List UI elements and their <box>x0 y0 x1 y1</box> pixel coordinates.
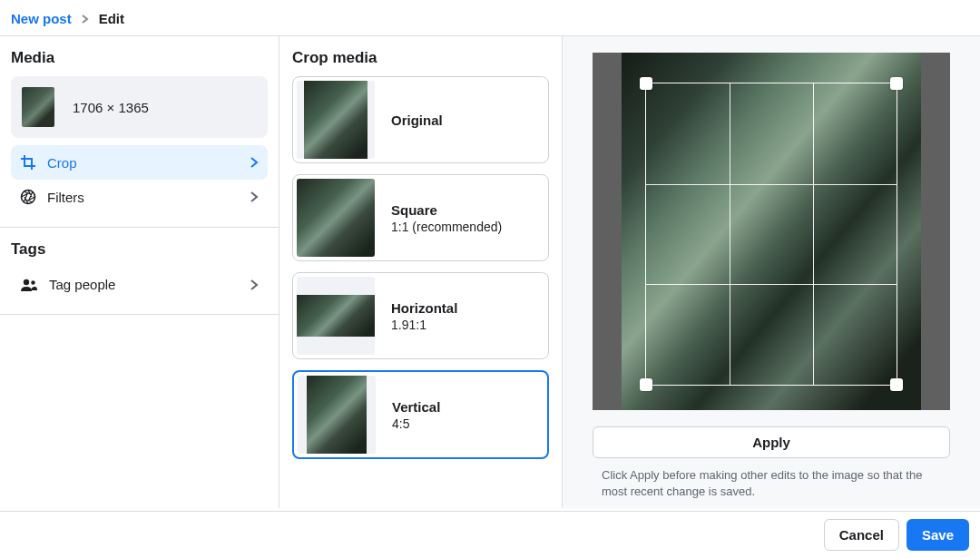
crop-thumb-square <box>297 179 375 257</box>
crop-rectangle[interactable] <box>646 83 897 385</box>
apply-button[interactable]: Apply <box>593 426 950 458</box>
crop-option-label: Horizontal <box>391 300 457 316</box>
crop-option-ratio: 1:1 (recommended) <box>391 220 502 234</box>
tag-people-label: Tag people <box>49 277 115 292</box>
crop-handle-tl[interactable] <box>640 77 652 90</box>
crop-option-ratio: 1.91:1 <box>391 318 457 332</box>
crop-option-original[interactable]: Original <box>292 76 549 163</box>
crop-option-label: Square <box>391 202 502 218</box>
grid-line <box>646 284 897 285</box>
save-button[interactable]: Save <box>906 519 969 551</box>
crop-canvas[interactable] <box>593 53 950 410</box>
footer: Cancel Save <box>0 511 980 558</box>
divider <box>0 314 279 315</box>
crop-option-square[interactable]: Square 1:1 (recommended) <box>292 174 549 261</box>
crop-panel: Crop media Original Square 1:1 (recommen… <box>279 36 563 508</box>
crop-option-label: Vertical <box>392 399 440 415</box>
tool-filters[interactable]: Filters <box>11 180 268 214</box>
crop-option-horizontal[interactable]: Horizontal 1.91:1 <box>292 272 549 359</box>
crop-thumb-vertical <box>307 376 367 454</box>
crop-option-label: Original <box>391 113 443 128</box>
cancel-button[interactable]: Cancel <box>824 519 899 551</box>
crop-handle-bl[interactable] <box>640 378 652 391</box>
media-heading: Media <box>11 49 268 67</box>
svg-point-1 <box>24 279 29 284</box>
tags-heading: Tags <box>11 240 268 259</box>
crop-thumb-original <box>304 81 368 159</box>
breadcrumb-current: Edit <box>99 11 124 26</box>
media-thumbnail <box>22 87 54 127</box>
breadcrumb-root-link[interactable]: New post <box>11 11 72 26</box>
grid-line <box>813 83 814 385</box>
crop-heading: Crop media <box>292 49 549 67</box>
grid-line <box>646 184 897 185</box>
tool-crop-label: Crop <box>47 155 77 171</box>
crop-handle-br[interactable] <box>890 378 903 391</box>
chevron-right-icon <box>250 156 259 169</box>
chevron-right-icon <box>250 279 259 291</box>
aperture-icon <box>20 189 36 205</box>
tool-filters-label: Filters <box>47 190 84 205</box>
crop-handle-tr[interactable] <box>890 77 903 90</box>
crop-option-ratio: 4:5 <box>392 416 440 431</box>
crop-thumb-horizontal <box>297 295 375 337</box>
media-dimensions: 1706 × 1365 <box>73 100 149 115</box>
preview-pane: Apply Click Apply before making other ed… <box>563 36 980 508</box>
apply-hint: Click Apply before making other edits to… <box>593 467 950 500</box>
chevron-right-icon <box>81 15 90 24</box>
crop-icon <box>20 154 36 171</box>
grid-line <box>730 83 730 385</box>
breadcrumb: New post Edit <box>0 0 980 36</box>
chevron-right-icon <box>250 191 259 203</box>
svg-point-2 <box>31 280 34 284</box>
tag-people[interactable]: Tag people <box>11 268 268 301</box>
people-icon <box>20 278 38 292</box>
divider <box>0 227 279 228</box>
crop-option-vertical[interactable]: Vertical 4:5 <box>292 370 549 459</box>
tool-crop[interactable]: Crop <box>11 145 268 180</box>
media-item[interactable]: 1706 × 1365 <box>11 76 268 138</box>
sidebar: Media 1706 × 1365 Crop Filters Tags <box>0 36 279 508</box>
